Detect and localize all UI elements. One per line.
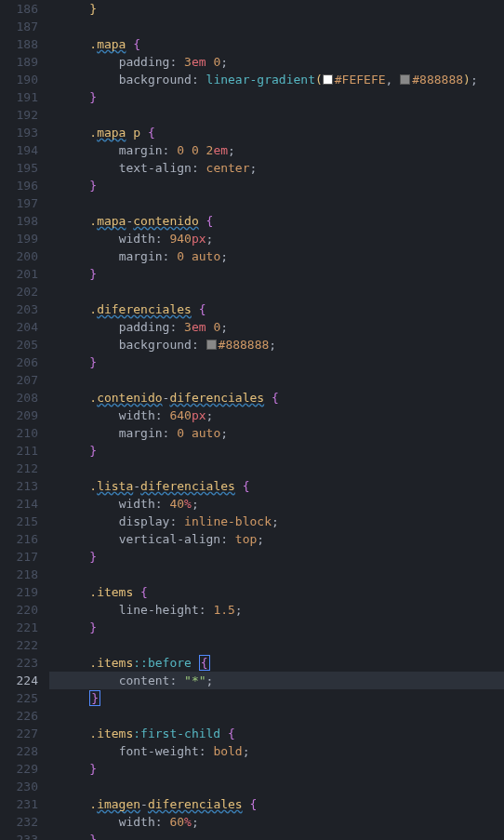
code-line[interactable]: padding: 3em 0; [60,53,504,71]
code-line[interactable]: margin: 0 auto; [60,247,504,265]
token: } [89,444,97,458]
token: ; [206,232,214,246]
token: auto [192,426,220,440]
code-line[interactable]: .lista-diferenciales { [60,477,504,495]
token: 3 [184,55,192,69]
token: } [89,762,97,776]
code-line[interactable]: } [60,689,504,707]
code-line[interactable]: .diferenciales { [60,300,504,318]
line-number-gutter: 1861871881891901911921931941951961971981… [0,0,49,840]
token: 640 [169,408,191,422]
token: { [148,126,155,140]
code-line[interactable]: background: linear-gradient(#FEFEFE, #88… [60,71,504,88]
token: ; [220,320,228,334]
token: 60 [169,815,184,829]
code-line[interactable] [60,283,504,300]
token: : [155,408,170,422]
code-line[interactable]: content: "*"; [49,672,504,689]
code-line[interactable] [60,566,504,583]
code-line[interactable]: width: 60%; [60,813,504,831]
code-line[interactable]: text-align: center; [60,159,504,177]
code-line[interactable]: } [60,0,504,18]
code-line[interactable] [60,106,504,124]
code-line[interactable]: line-height: 1.5; [60,601,504,619]
code-line[interactable]: vertical-align: top; [60,530,504,548]
line-number: 188 [0,35,38,53]
token: ; [192,497,199,511]
code-line[interactable] [60,707,504,725]
token: display [119,514,170,528]
code-line[interactable]: } [60,619,504,636]
code-line[interactable]: width: 640px; [60,407,504,424]
code-line[interactable]: } [60,88,504,106]
line-number: 199 [0,230,38,247]
code-line[interactable] [60,371,504,389]
token: : [169,673,184,687]
token: { [199,302,206,316]
token: % [184,497,192,511]
token [264,391,272,405]
code-line[interactable]: width: 940px; [60,230,504,247]
code-line[interactable]: margin: 0 0 2em; [60,141,504,159]
code-line[interactable]: } [60,548,504,566]
token: bold [213,744,242,758]
code-line[interactable]: .items { [60,583,504,601]
code-editor[interactable]: 1861871881891901911921931941951961971981… [0,0,504,840]
token: : [169,55,184,69]
token: . [89,585,97,599]
token: } [89,355,97,369]
code-line[interactable] [60,460,504,477]
code-line[interactable] [60,778,504,795]
color-swatch [323,74,333,85]
code-line[interactable]: } [60,353,504,371]
code-line[interactable]: } [60,177,504,194]
code-line[interactable]: width: 40%; [60,495,504,513]
code-line[interactable]: .items::before { [60,654,504,672]
code-line[interactable]: display: inline-block; [60,513,504,530]
token: } [89,267,97,281]
code-line[interactable]: } [60,265,504,283]
code-line[interactable]: .mapa p { [60,124,504,141]
line-number: 197 [0,194,38,212]
token: . [89,302,97,316]
token: { [228,727,235,740]
code-line[interactable]: .mapa-contenido { [60,212,504,230]
token: 0 [177,249,184,263]
code-area[interactable]: } .mapa { padding: 3em 0; background: li… [49,0,504,840]
token: 0 [177,143,184,157]
line-number: 211 [0,442,38,460]
code-line[interactable] [60,194,504,212]
code-line[interactable] [60,636,504,654]
line-number: 220 [0,601,38,619]
token: 0 [177,426,184,440]
token: mapa [97,37,126,51]
token: : [192,338,206,352]
code-line[interactable]: .items:first-child { [60,725,504,742]
code-line[interactable]: .imagen-diferenciales { [60,795,504,813]
line-number: 187 [0,18,38,35]
token: ; [220,249,228,263]
line-number: 219 [0,583,38,601]
token: px [192,408,206,422]
code-line[interactable]: background: #888888; [60,336,504,353]
code-line[interactable]: } [60,760,504,778]
token: . [89,797,97,811]
token: : [155,232,170,246]
code-line[interactable]: margin: 0 auto; [60,424,504,442]
token: #888888 [412,73,463,87]
line-number: 186 [0,0,38,18]
token [184,426,192,440]
token: ; [269,338,276,352]
code-line[interactable]: } [60,442,504,460]
code-line[interactable]: .contenido-diferenciales { [60,389,504,407]
code-line[interactable]: padding: 3em 0; [60,318,504,336]
code-line[interactable] [60,18,504,35]
code-line[interactable]: font-weight: bold; [60,742,504,760]
line-number: 189 [0,53,38,71]
token: : [199,744,214,758]
token: top [235,532,257,546]
token: ; [220,55,228,69]
token: } [89,620,97,634]
code-line[interactable]: } [60,831,504,840]
code-line[interactable]: .mapa { [60,35,504,53]
